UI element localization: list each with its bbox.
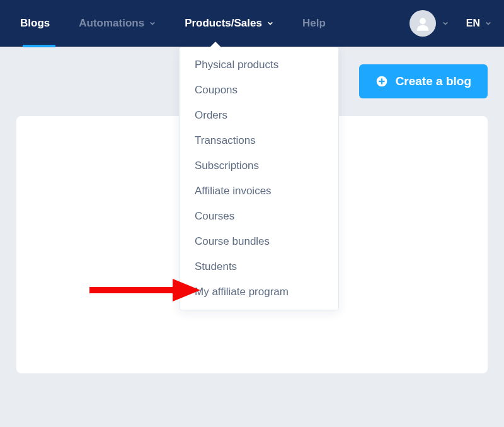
- user-menu[interactable]: [402, 10, 456, 37]
- nav-products-sales-label: Products/Sales: [185, 17, 262, 30]
- dropdown-students[interactable]: Students: [180, 254, 338, 279]
- nav-products-sales[interactable]: Products/Sales: [176, 0, 282, 47]
- svg-rect-3: [379, 81, 384, 82]
- language-label: EN: [466, 18, 480, 29]
- nav-blogs[interactable]: Blogs: [11, 0, 59, 47]
- dropdown-course-bundles[interactable]: Course bundles: [180, 229, 338, 254]
- user-icon: [414, 15, 432, 32]
- top-nav: Blogs Automations Products/Sales Help: [0, 0, 504, 47]
- chevron-down-icon: [442, 20, 449, 26]
- create-blog-label: Create a blog: [396, 74, 471, 88]
- nav-blogs-label: Blogs: [20, 17, 50, 30]
- nav-automations[interactable]: Automations: [70, 0, 164, 47]
- nav-help[interactable]: Help: [294, 0, 335, 47]
- dropdown-my-affiliate-program[interactable]: My affiliate program: [180, 279, 338, 305]
- svg-point-0: [420, 18, 426, 25]
- chevron-down-icon: [485, 20, 491, 26]
- plus-circle-icon: [375, 75, 388, 88]
- chevron-down-icon: [267, 20, 273, 26]
- language-selector[interactable]: EN: [456, 18, 501, 29]
- dropdown-coupons[interactable]: Coupons: [180, 78, 338, 103]
- dropdown-transactions[interactable]: Transactions: [180, 128, 338, 153]
- nav-right: EN: [402, 0, 501, 47]
- chevron-down-icon: [149, 20, 156, 26]
- dropdown-subscriptions[interactable]: Subscriptions: [180, 153, 338, 178]
- nav-automations-label: Automations: [79, 17, 144, 30]
- create-blog-button[interactable]: Create a blog: [359, 64, 488, 98]
- avatar: [410, 10, 436, 37]
- nav-help-label: Help: [302, 17, 326, 30]
- dropdown-orders[interactable]: Orders: [180, 103, 338, 128]
- dropdown-physical-products[interactable]: Physical products: [180, 52, 338, 78]
- dropdown-affiliate-invoices[interactable]: Affiliate invoices: [180, 178, 338, 204]
- dropdown-courses[interactable]: Courses: [180, 204, 338, 229]
- products-sales-dropdown: Physical products Coupons Orders Transac…: [179, 47, 339, 310]
